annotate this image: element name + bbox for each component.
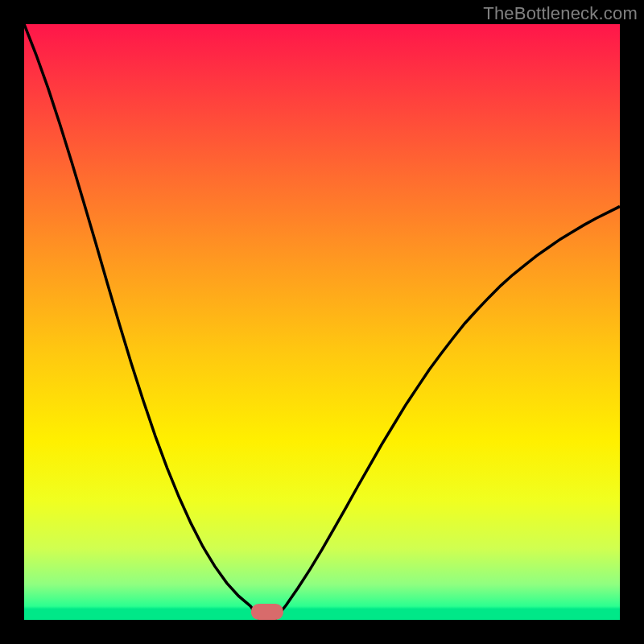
optimum-marker <box>251 604 283 620</box>
plot-area <box>24 24 620 620</box>
watermark-text: TheBottleneck.com <box>483 3 638 24</box>
plot-background <box>24 24 620 620</box>
chart-frame: TheBottleneck.com <box>0 0 644 644</box>
plot-svg <box>24 24 620 620</box>
